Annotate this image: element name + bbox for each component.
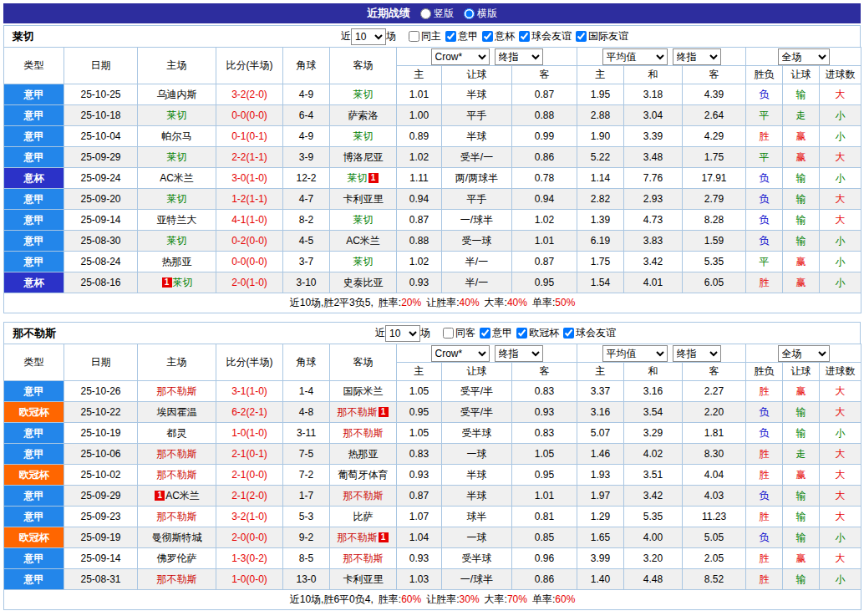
home-team: 亚特兰大 xyxy=(138,210,216,231)
column-header: 主场 xyxy=(138,48,216,84)
corners: 5-3 xyxy=(283,507,330,527)
score: 2-1(2-0) xyxy=(216,486,283,507)
recent-count-select[interactable]: 10 xyxy=(385,325,420,342)
same-venue-filter[interactable]: 同主 xyxy=(404,29,441,43)
odds-time-select[interactable]: 终指 xyxy=(673,345,721,362)
same-venue-checkbox[interactable] xyxy=(409,31,419,42)
handicap-line: 半球 xyxy=(442,465,512,486)
match-date: 25-08-24 xyxy=(64,252,138,272)
result-goals: 大 xyxy=(820,444,861,465)
competition-filter[interactable]: 意杯 xyxy=(478,29,515,43)
same-venue-checkbox[interactable] xyxy=(443,328,454,339)
odds-company-select[interactable]: 平均值 xyxy=(602,345,668,362)
column-subheader: 主 xyxy=(577,363,624,381)
team-name-text: 莱切 xyxy=(353,130,374,142)
competition-checkbox[interactable] xyxy=(516,328,527,339)
home-team: 曼彻斯特城 xyxy=(138,527,216,548)
handicap-line: 半/一 xyxy=(442,272,512,293)
competition-type: 意甲 xyxy=(4,444,64,465)
result-goals: 大 xyxy=(820,465,861,486)
recent-count-select[interactable]: 10 xyxy=(351,28,386,45)
competition-label: 欧冠杯 xyxy=(529,326,559,340)
corners: 7-5 xyxy=(283,444,330,465)
column-header: 角球 xyxy=(283,344,330,381)
odds-draw: 3.54 xyxy=(624,402,683,423)
scope-select[interactable]: 全场 xyxy=(778,48,830,65)
handicap-away-odds: 1.05 xyxy=(512,444,577,465)
handicap-home-odds: 1.01 xyxy=(397,84,442,105)
odds-home: 1.95 xyxy=(577,84,624,105)
competition-checkbox[interactable] xyxy=(519,31,530,42)
summary-stat-label: 胜率: xyxy=(379,297,401,308)
away-team: 莱切 xyxy=(330,210,397,231)
result-outcome: 胜 xyxy=(746,569,783,590)
team-name-text: 帕尔马 xyxy=(162,130,192,142)
match-date: 25-09-19 xyxy=(64,527,138,548)
scope-dropdown-cell: 全场 xyxy=(746,48,861,66)
same-venue-filter[interactable]: 同客 xyxy=(439,326,475,340)
score: 0-0(0-0) xyxy=(216,252,283,272)
column-subheader: 让球 xyxy=(783,66,820,84)
odds-home: 1.65 xyxy=(577,527,624,548)
match-date: 25-10-22 xyxy=(64,402,138,423)
handicap-time-select[interactable]: 终指 xyxy=(495,345,543,362)
match-row: 意甲25-10-18莱切0-0(0-0)6-4萨索洛1.00平手0.882.88… xyxy=(4,105,861,126)
match-date: 25-09-24 xyxy=(64,168,138,189)
column-header: 客场 xyxy=(330,344,397,381)
result-goals: 大 xyxy=(820,507,861,527)
section-header: 那不勒斯近 10 场同客意甲欧冠杯球会友谊 xyxy=(3,322,861,344)
home-team: 那不勒斯 xyxy=(138,569,216,590)
team-name-text: 莱切 xyxy=(353,256,374,267)
summary-cell: 近10场,胜6平0负4,胜率:60%让胜率:30%大率:70%单率:60% xyxy=(4,590,861,610)
odds-away: 11.23 xyxy=(683,507,746,527)
layout-radio-horizontal[interactable] xyxy=(464,8,475,19)
odds-draw: 7.76 xyxy=(624,168,683,189)
competition-type: 欧冠杯 xyxy=(4,465,64,486)
match-row: 意甲25-08-30莱切0-2(0-0)4-5AC米兰0.88受一球1.016.… xyxy=(4,231,861,252)
competition-filter[interactable]: 欧冠杯 xyxy=(512,326,559,340)
competition-filter[interactable]: 意甲 xyxy=(441,29,478,43)
layout-option-horizontal[interactable]: 横版 xyxy=(464,7,497,21)
summary-prefix: 近10场,胜6平0负4, xyxy=(290,593,374,605)
competition-checkbox[interactable] xyxy=(445,31,456,42)
handicap-company-select[interactable]: Crow* xyxy=(431,48,490,65)
competition-checkbox[interactable] xyxy=(480,328,490,339)
team-name-text: AC米兰 xyxy=(346,235,380,247)
handicap-home-odds: 0.93 xyxy=(397,465,442,486)
team-name-text: 乌迪内斯 xyxy=(157,89,197,100)
handicap-home-odds: 1.11 xyxy=(397,168,442,189)
handicap-company-select[interactable]: Crow* xyxy=(431,345,490,362)
competition-filter[interactable]: 意甲 xyxy=(475,326,512,340)
odds-away: 1.59 xyxy=(683,231,746,252)
competition-type: 意甲 xyxy=(4,147,64,168)
column-subheader: 胜负 xyxy=(746,363,783,381)
competition-checkbox[interactable] xyxy=(563,328,574,339)
match-row: 意甲25-08-24热那亚0-0(0-0)3-7莱切1.02半/一0.871.7… xyxy=(4,252,861,272)
match-row: 意杯25-09-24AC米兰3-0(1-0)12-2莱切11.11两/两球半0.… xyxy=(4,168,861,189)
handicap-dropdowns-cell: Crow*终指 xyxy=(397,48,577,66)
competition-filter[interactable]: 球会友谊 xyxy=(559,326,616,340)
away-team: 卡利亚里 xyxy=(330,189,397,210)
competition-filter[interactable]: 国际友谊 xyxy=(572,29,628,43)
odds-time-select[interactable]: 终指 xyxy=(673,48,721,65)
layout-radio-vertical[interactable] xyxy=(420,8,431,19)
match-row: 欧冠杯25-10-22埃因霍温6-2(2-1)4-8那不勒斯10.95受平/半0… xyxy=(4,402,861,423)
odds-away: 5.35 xyxy=(683,252,746,272)
match-row: 意甲25-10-06那不勒斯2-1(0-1)7-5热那亚0.83一球1.051.… xyxy=(4,444,861,465)
odds-company-select[interactable]: 平均值 xyxy=(602,48,668,65)
team-name-text: 莱切 xyxy=(167,151,187,163)
layout-option-vertical[interactable]: 竖版 xyxy=(420,7,454,21)
competition-checkbox[interactable] xyxy=(576,31,587,42)
result-handicap: 赢 xyxy=(783,465,820,486)
handicap-away-odds: 0.86 xyxy=(512,569,577,590)
scope-select[interactable]: 全场 xyxy=(778,345,830,362)
team-section: 那不勒斯近 10 场同客意甲欧冠杯球会友谊类型日期主场比分(半场)角球客场Cro… xyxy=(3,322,861,610)
corners: 8-5 xyxy=(283,548,330,569)
team-name-text: 曼彻斯特城 xyxy=(152,532,202,543)
team-name-text: AC米兰 xyxy=(165,490,200,501)
handicap-time-select[interactable]: 终指 xyxy=(495,48,543,65)
competition-filter[interactable]: 球会友谊 xyxy=(515,29,572,43)
odds-away: 4.29 xyxy=(683,126,746,147)
competition-checkbox[interactable] xyxy=(482,31,493,42)
column-subheader: 让球 xyxy=(442,66,512,84)
